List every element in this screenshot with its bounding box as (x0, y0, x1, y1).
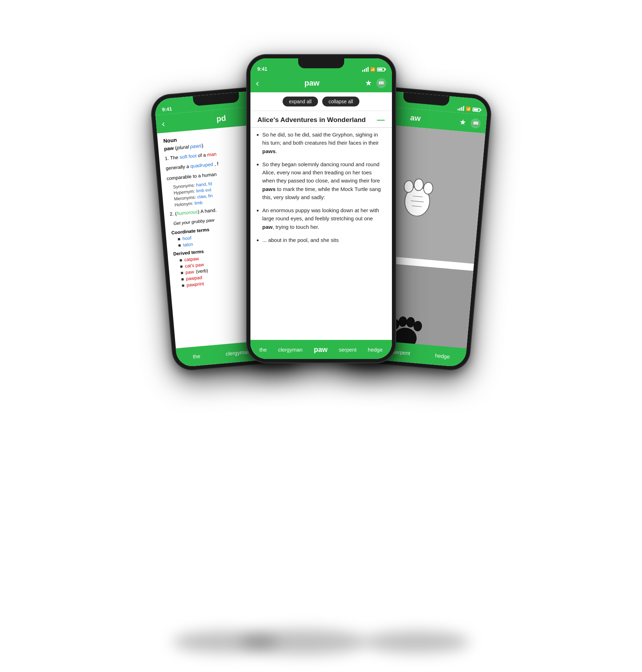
star-icon-center[interactable]: ★ (365, 79, 372, 88)
center-content: So he did, so he did, said the Gryphon, … (250, 128, 392, 351)
bottom-word-clergyman-c[interactable]: clergyman (278, 347, 302, 353)
battery-fill-center (378, 69, 383, 70)
status-icons-right: 📶 (457, 105, 480, 112)
book-symbol-right: 📖 (472, 120, 479, 126)
wifi-center: 📶 (370, 67, 375, 72)
signal-center (362, 67, 369, 72)
bullet-3: An enormous puppy was looking down at he… (262, 206, 383, 231)
bottom-word-hedge-c[interactable]: hedge (368, 347, 383, 353)
bottom-word-serpent-c[interactable]: serpent (339, 347, 357, 353)
derived-paw-verb-link[interactable]: paw (185, 269, 194, 275)
battery-center (377, 68, 385, 71)
def1-of: of a (197, 152, 207, 158)
bold-paw-3: paw (262, 224, 273, 230)
bottom-word-hedge-r[interactable]: hedge (435, 352, 450, 360)
signal-right (457, 105, 464, 111)
cbar2 (364, 69, 365, 72)
bullet-sq-pawpad: ■ (181, 276, 184, 282)
rbar2 (459, 108, 461, 111)
section-header-center: Alice's Adventures in Wonderland — (250, 111, 392, 128)
cbar4 (368, 67, 369, 72)
paw-word: paw (164, 145, 174, 151)
bottom-word-serpent-r[interactable]: serpent (392, 348, 410, 356)
bullet-2: So they began solemnly dancing round and… (262, 160, 383, 201)
section-title-center: Alice's Adventures in Wonderland (258, 116, 366, 124)
bottom-word-the-l[interactable]: the (192, 353, 200, 360)
nav-icons-center: ★ 📖 (365, 78, 386, 88)
phone-center-screen: 9:41 📶 ‹ paw (250, 58, 392, 359)
status-icons-center: 📶 (362, 67, 385, 72)
back-button-left[interactable]: ‹ (161, 119, 165, 128)
paw-plural-text: (plural paws) (175, 143, 203, 151)
hyp-limb[interactable]: limb ext (196, 187, 211, 193)
paw-plural-italic: plural (176, 144, 190, 150)
bullet-sq-pawverb: ■ (180, 270, 183, 276)
bullet-sq-pawprint: ■ (181, 283, 184, 288)
notch-center (298, 58, 344, 68)
back-button-center[interactable]: ‹ (256, 79, 259, 88)
bold-paws-1: paws (262, 148, 276, 154)
bottom-word-paw-c[interactable]: paw (314, 346, 328, 354)
def1-f: , f (214, 161, 219, 167)
bullet-1: So he did, so he did, said the Gryphon, … (262, 131, 383, 155)
coord-hoof-link[interactable]: hoof (182, 235, 192, 241)
bottom-word-clergyman-l[interactable]: clergyman (225, 348, 250, 357)
bottom-word-the-c[interactable]: the (259, 347, 267, 353)
bullet-sq-catpaw: ■ (179, 257, 182, 263)
def1-quad-link[interactable]: quadruped (190, 162, 213, 169)
nav-bar-center: ‹ paw ★ 📖 (250, 74, 392, 92)
nav-title-center: paw (262, 79, 361, 88)
cbar1 (362, 70, 363, 72)
phone-center: 9:41 📶 ‹ paw (247, 55, 395, 363)
derived-paw-verb-text: (verb) (196, 268, 208, 274)
def1-num: 1. (164, 155, 170, 161)
bold-paws-2: paws (262, 186, 276, 192)
mer-fin[interactable]: fin (208, 193, 213, 198)
wifi-right: 📶 (465, 106, 471, 111)
derived-pawpad-link[interactable]: pawpad (186, 275, 202, 282)
battery-right (472, 107, 480, 112)
bullet-sq-hoof: ■ (177, 236, 180, 242)
book-icon-right[interactable]: 📖 (470, 118, 481, 129)
paw-anatomy-svg (395, 168, 441, 218)
collapse-section-btn[interactable]: — (377, 115, 385, 124)
def2-num: 2. ( (169, 211, 177, 217)
def2-humor[interactable]: humorous (176, 209, 198, 216)
bullet-sq-catspaw: ■ (180, 263, 183, 269)
shadow-right (364, 631, 470, 653)
toolbar-center: expand all collapse all (250, 92, 392, 111)
derived-catspaw-link[interactable]: cat's paw (185, 262, 204, 269)
def1-the: The (170, 155, 180, 161)
expand-all-button[interactable]: expand all (283, 97, 318, 106)
hol-limb[interactable]: limb (194, 200, 203, 206)
mer-claw[interactable]: claw (197, 194, 206, 199)
bullet-4: ... about in the pool, and she sits (262, 236, 383, 244)
rbar4 (463, 106, 464, 111)
def1-softfoot[interactable]: soft foot (179, 153, 197, 160)
def1-quad: generally a (165, 164, 190, 171)
paw-plural-link[interactable]: paws (190, 143, 202, 150)
syn-hand[interactable]: hand (196, 182, 206, 187)
derived-pawprint-link[interactable]: pawprint (186, 281, 204, 288)
syn-fd[interactable]: fd (208, 181, 212, 186)
cbar3 (366, 68, 367, 72)
coord-talon-link[interactable]: talon (183, 241, 193, 247)
shadow-center (240, 630, 367, 654)
star-icon-right[interactable]: ★ (459, 117, 467, 127)
content-list: So he did, so he did, said the Gryphon, … (252, 128, 391, 252)
nav-icons-right: ★ 📖 (459, 117, 481, 129)
phones-container: 9:41 📶 ‹ pd (162, 27, 480, 645)
bottom-bar-center: the clergyman paw serpent hedge (250, 340, 392, 359)
book-icon-center[interactable]: 📖 (376, 78, 386, 88)
rbar1 (457, 109, 458, 110)
derived-catpaw-link[interactable]: catpaw (184, 256, 199, 262)
def1-comp: comparable to a human (166, 172, 217, 181)
def2-text: ) A hand. (197, 207, 216, 214)
battery-fill-right (473, 109, 478, 111)
rbar3 (461, 107, 462, 111)
bullet-sq-talon: ■ (178, 242, 181, 248)
book-symbol: 📖 (378, 80, 384, 86)
collapse-all-button[interactable]: collapse all (322, 97, 359, 106)
def1-man[interactable]: man (207, 151, 216, 157)
